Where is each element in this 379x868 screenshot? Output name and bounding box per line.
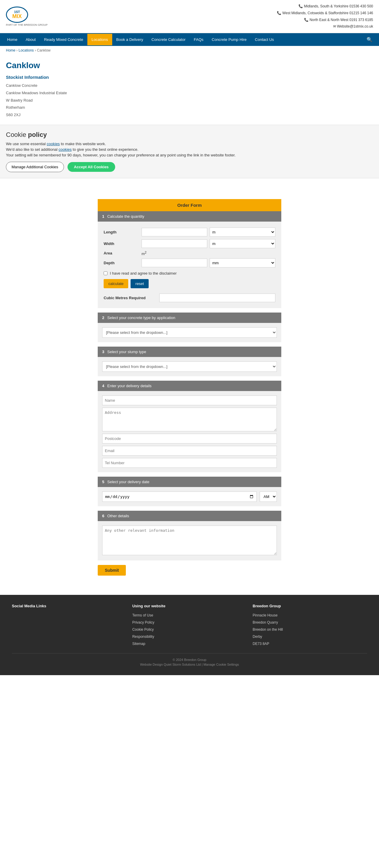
section-3-number: 3 bbox=[102, 349, 104, 354]
stockist-line-4: Rotherham bbox=[6, 104, 373, 112]
order-form-header: Order Form bbox=[98, 199, 281, 211]
footer-social-heading: Social Media Links bbox=[12, 604, 126, 608]
tel-input[interactable] bbox=[102, 458, 277, 468]
length-unit-select[interactable]: m ft bbox=[210, 227, 275, 237]
breadcrumb: Home › Locations › Canklow bbox=[0, 46, 379, 55]
depth-input[interactable] bbox=[141, 259, 207, 267]
section-1-title: Calculate the quantity bbox=[107, 214, 144, 219]
accept-cookies-button[interactable]: Accept All Cookies bbox=[67, 162, 115, 172]
section-4-body bbox=[98, 391, 281, 472]
footer-grid: Social Media Links Using our website Ter… bbox=[12, 604, 367, 647]
nav-locations[interactable]: Locations bbox=[87, 34, 112, 45]
breedon-subtitle: PART OF THE BREEDON GROUP bbox=[6, 23, 48, 26]
section-4-header: 4 Enter your delivery details bbox=[98, 381, 281, 391]
calculate-button[interactable]: calculate bbox=[104, 279, 128, 288]
time-select[interactable]: AM PM bbox=[260, 492, 277, 502]
contact-line-2: 📞 West Midlands, Cotswolds & Staffordshi… bbox=[277, 10, 373, 17]
manage-cookies-button[interactable]: Manage Additional Cookies bbox=[6, 162, 64, 172]
footer-breedon-line-3: Breedon on the Hill bbox=[253, 626, 367, 633]
nav-book-delivery[interactable]: Book a Delivery bbox=[112, 34, 148, 45]
footer-using-heading: Using our website bbox=[132, 604, 247, 608]
footer-sitemap[interactable]: Sitemap bbox=[132, 640, 247, 647]
cookie-line-3: Your setting will be remembered for 90 d… bbox=[6, 153, 373, 157]
date-input[interactable] bbox=[102, 492, 257, 502]
nav-pump-hire[interactable]: Concrete Pump Hire bbox=[208, 34, 251, 45]
other-details-input[interactable] bbox=[102, 526, 277, 555]
width-label: Width bbox=[104, 242, 139, 246]
section-5-title: Select your delivery date bbox=[107, 479, 149, 484]
cookie-buttons: Manage Additional Cookies Accept All Coo… bbox=[6, 162, 373, 172]
name-input[interactable] bbox=[102, 396, 277, 405]
contact-line-1: 📞 Midlands, South & Yorkshire 01536 430 … bbox=[277, 3, 373, 10]
page-title: Canklow bbox=[6, 61, 373, 70]
section-2-header: 2 Select your concrete type by applicati… bbox=[98, 313, 281, 323]
footer-credit: Website Design Quiet Storm Solutions Ltd… bbox=[12, 663, 367, 666]
stockist-line-3: W Bawtry Road bbox=[6, 97, 373, 104]
section-5-number: 5 bbox=[102, 479, 104, 484]
calc-action-buttons: calculate reset bbox=[104, 279, 275, 288]
section-4-number: 4 bbox=[102, 384, 104, 388]
footer: Social Media Links Using our website Ter… bbox=[0, 595, 379, 675]
contact-line-3: 📞 North East & North West 0191 373 6185 bbox=[277, 17, 373, 23]
contact-line-4: ✉ Website@1stmix.co.uk bbox=[277, 23, 373, 30]
cookie-line-1: We use some essential cookies to make th… bbox=[6, 142, 373, 146]
cookie-link-2[interactable]: cookies bbox=[59, 147, 72, 152]
concrete-type-select[interactable]: [Please select from the dropdown...] bbox=[102, 327, 277, 338]
width-unit-select[interactable]: m ft bbox=[210, 239, 275, 248]
footer-credit-link[interactable]: Website Design Quiet Storm Solutions Ltd… bbox=[140, 663, 239, 666]
disclaimer-row: I have read and agree to the disclaimer bbox=[104, 271, 275, 276]
stockist-line-2: Canklow Meadows Industrial Estate bbox=[6, 90, 373, 97]
slump-type-select[interactable]: [Please select from the dropdown...] bbox=[102, 362, 277, 372]
footer-bottom: © 2024 Breedon Group Website Design Quie… bbox=[12, 653, 367, 666]
footer-privacy[interactable]: Privacy Policy bbox=[132, 619, 247, 626]
reset-button[interactable]: reset bbox=[131, 279, 149, 288]
footer-responsibility[interactable]: Responsibility bbox=[132, 633, 247, 640]
area-value: m2 bbox=[141, 251, 207, 256]
nav-contact[interactable]: Contact Us bbox=[251, 34, 278, 45]
footer-terms[interactable]: Terms of Use bbox=[132, 612, 247, 619]
cookie-title: Cookie policy bbox=[6, 131, 373, 138]
nav-faqs[interactable]: FAQs bbox=[190, 34, 208, 45]
breadcrumb-locations[interactable]: Locations bbox=[19, 48, 34, 53]
footer-using-col: Using our website Terms of Use Privacy P… bbox=[132, 604, 247, 647]
depth-label: Depth bbox=[104, 261, 139, 265]
nav-calculator[interactable]: Concrete Calculator bbox=[148, 34, 190, 45]
footer-social-col: Social Media Links bbox=[12, 604, 126, 647]
breadcrumb-sep-1: › bbox=[16, 48, 18, 53]
disclaimer-label: I have read and agree to the disclaimer bbox=[110, 271, 177, 276]
stockist-line-5: S60 2XJ bbox=[6, 112, 373, 119]
postcode-input[interactable] bbox=[102, 434, 277, 443]
address-input[interactable] bbox=[102, 408, 277, 431]
logo-1st-text: 1ST bbox=[12, 10, 22, 13]
section-2-number: 2 bbox=[102, 315, 104, 320]
logo-icon: 1ST MIX bbox=[6, 6, 28, 23]
section-3-header: 3 Select your slump type bbox=[98, 347, 281, 357]
section-1-number: 1 bbox=[102, 214, 104, 219]
nav-home[interactable]: Home bbox=[3, 34, 22, 45]
footer-breedon-line-2: Breedon Quarry bbox=[253, 619, 367, 626]
section-6-body bbox=[98, 521, 281, 560]
cubic-input[interactable] bbox=[159, 293, 275, 302]
disclaimer-checkbox[interactable] bbox=[104, 271, 107, 275]
submit-button[interactable]: Submit bbox=[98, 565, 126, 576]
cookie-banner: Cookie policy We use some essential cook… bbox=[0, 125, 379, 178]
length-input[interactable] bbox=[141, 228, 207, 237]
footer-cookie-policy[interactable]: Cookie Policy bbox=[132, 626, 247, 633]
nav-about[interactable]: About bbox=[22, 34, 40, 45]
section-6-number: 6 bbox=[102, 514, 104, 518]
depth-unit-select[interactable]: mm cm m bbox=[210, 258, 275, 268]
breadcrumb-current: Canklow bbox=[37, 48, 51, 53]
length-label: Length bbox=[104, 230, 139, 234]
logo-inner: 1ST MIX bbox=[12, 10, 22, 20]
submit-area: Submit bbox=[98, 560, 281, 580]
breadcrumb-home[interactable]: Home bbox=[6, 48, 15, 53]
section-3-body: [Please select from the dropdown...] bbox=[98, 357, 281, 376]
footer-breedon-line-1: Pinnacle House bbox=[253, 612, 367, 619]
cookie-link-1[interactable]: cookies bbox=[47, 142, 60, 146]
footer-breedon-heading: Breedon Group bbox=[253, 604, 367, 608]
email-input[interactable] bbox=[102, 446, 277, 456]
page-content: Canklow Stockist Information Canklow Con… bbox=[0, 55, 379, 121]
search-icon[interactable]: 🔍 bbox=[363, 33, 376, 46]
nav-ready-mixed[interactable]: Ready Mixed Concrete bbox=[40, 34, 87, 45]
width-input[interactable] bbox=[141, 239, 207, 248]
